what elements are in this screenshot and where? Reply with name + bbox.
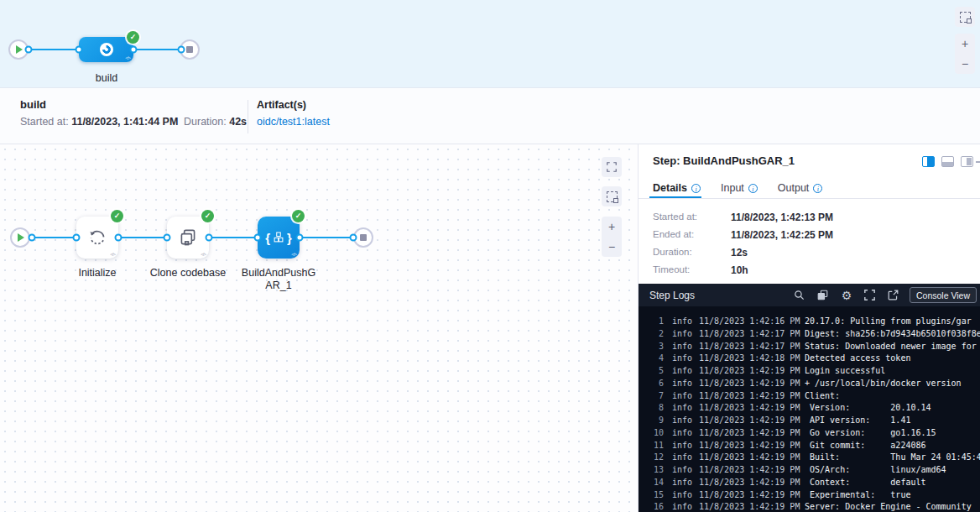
stop-icon xyxy=(360,234,367,241)
canvas-select-button[interactable] xyxy=(602,186,622,206)
log-line: 11info11/8/2023 1:42:19 PM Git commit: a… xyxy=(639,440,980,452)
log-line-number: 16 xyxy=(639,501,664,512)
started-at-value: 11/8/2023, 1:41:44 PM xyxy=(71,116,178,128)
started-at-label: Started at: xyxy=(20,116,69,128)
log-line: 1info11/8/2023 1:42:16 PM20.17.0: Pullin… xyxy=(639,316,980,328)
search-icon[interactable] xyxy=(794,290,805,301)
detail-label: Ended at: xyxy=(653,229,731,241)
stage-zoom-controls: + − xyxy=(955,34,975,74)
step-detail-panel: Step: BuildAndPushGAR_1 DetailsiInputiOu… xyxy=(638,144,980,512)
canvas-fullscreen-button[interactable] xyxy=(602,157,622,177)
tab-label: Output xyxy=(778,182,810,194)
log-line-number: 8 xyxy=(639,402,664,415)
log-level: info xyxy=(672,427,694,440)
stage-title: build xyxy=(20,98,46,111)
step-logs-title: Step Logs xyxy=(649,290,782,301)
log-line: 9info11/8/2023 1:42:19 PM API version: 1… xyxy=(639,415,980,427)
log-message: Login successful xyxy=(805,365,980,378)
port xyxy=(130,46,138,54)
step-logs-header: Step Logs ⚙ xyxy=(639,284,980,306)
port xyxy=(115,234,122,242)
zoom-in-button[interactable]: + xyxy=(955,34,975,54)
info-icon[interactable]: i xyxy=(748,184,758,193)
detail-label: Duration: xyxy=(653,247,731,259)
minimize-panel-button[interactable] xyxy=(976,161,980,163)
log-timestamp: 11/8/2023 1:42:19 PM xyxy=(699,464,803,477)
log-line-number: 4 xyxy=(639,353,664,365)
console-view-button[interactable]: Console View xyxy=(910,287,977,303)
zoom-out-button[interactable]: − xyxy=(955,54,975,74)
log-line-number: 13 xyxy=(639,464,664,477)
step-node-clone-codebase[interactable]: </> xyxy=(167,217,209,259)
step-logs-section: Step Logs ⚙ xyxy=(639,284,980,512)
open-external-icon[interactable] xyxy=(888,290,899,301)
divider xyxy=(248,100,248,133)
log-timestamp: 11/8/2023 1:42:19 PM xyxy=(699,390,803,403)
layout-bottom-icon[interactable] xyxy=(941,156,954,167)
detail-row: Ended at:11/8/2023, 1:42:25 PM xyxy=(653,229,833,241)
stage-info-bar: build Started at: 11/8/2023, 1:41:44 PM … xyxy=(0,88,980,144)
log-timestamp: 11/8/2023 1:42:19 PM xyxy=(699,501,803,512)
marquee-select-icon xyxy=(960,12,971,23)
log-level: info xyxy=(672,415,694,427)
play-icon xyxy=(16,45,23,54)
duration-value: 42s xyxy=(229,116,247,128)
info-icon[interactable]: i xyxy=(691,184,701,193)
log-level: info xyxy=(672,452,694,464)
port xyxy=(350,234,357,242)
tab-output[interactable]: Outputi xyxy=(778,182,823,194)
artifact-link[interactable]: oidc/test1:latest xyxy=(257,116,330,128)
zoom-out-button[interactable]: − xyxy=(602,237,622,257)
fullscreen-icon xyxy=(607,162,617,172)
step-node-initialize[interactable]: </> xyxy=(76,217,118,259)
tab-input[interactable]: Inputi xyxy=(721,182,758,194)
log-level: info xyxy=(672,477,694,489)
detail-label: Started at: xyxy=(653,212,731,223)
zoom-in-button[interactable]: + xyxy=(602,217,622,237)
detail-label: Timeout: xyxy=(653,264,731,276)
tab-label: Input xyxy=(721,182,744,194)
log-message: 20.17.0: Pulling from plugins/gar xyxy=(805,316,980,328)
step-label-buildandpushgar: BuildAndPushGAR_1 xyxy=(239,267,318,292)
stage-canvas-select-button[interactable] xyxy=(955,7,975,27)
layout-right-icon[interactable] xyxy=(961,156,973,167)
log-level: info xyxy=(672,390,694,403)
settings-gear-icon[interactable]: ⚙ xyxy=(841,290,852,301)
log-timestamp: 11/8/2023 1:42:19 PM xyxy=(699,378,803,390)
log-message: Built: Thu Mar 24 01:45:44 2022 xyxy=(805,452,980,464)
code-glyph-icon: </> xyxy=(201,252,206,257)
log-line: 16info11/8/2023 1:42:19 PMServer: Docker… xyxy=(639,501,980,512)
log-line-number: 3 xyxy=(639,341,664,353)
stage-node-build[interactable]: </> xyxy=(79,37,133,62)
detail-row: Timeout:10h xyxy=(653,264,833,276)
log-message: API version: 1.41 xyxy=(805,415,980,427)
gar-icon: { } xyxy=(265,230,292,245)
copy-icon[interactable] xyxy=(817,290,829,301)
log-level: info xyxy=(672,365,694,378)
step-graph-canvas[interactable]: </> ✓ Initialize </> ✓ Clone codebase { … xyxy=(0,144,638,512)
panel-title: Step: BuildAndPushGAR_1 xyxy=(653,154,795,167)
tab-bar: DetailsiInputiOutputi xyxy=(653,182,822,194)
log-message: Experimental: true xyxy=(805,489,980,502)
log-level: info xyxy=(672,489,694,502)
layout-split-right-icon[interactable] xyxy=(922,156,935,167)
log-message: OS/Arch: linux/amd64 xyxy=(805,464,980,477)
info-icon[interactable]: i xyxy=(813,184,822,193)
step-logs-body[interactable]: 1info11/8/2023 1:42:16 PM20.17.0: Pullin… xyxy=(639,306,980,512)
port xyxy=(76,46,83,54)
port xyxy=(164,234,171,242)
detail-row: Started at:11/8/2023, 1:42:13 PM xyxy=(653,212,833,223)
step-node-buildandpushgar[interactable]: { } </> xyxy=(258,217,300,259)
log-timestamp: 11/8/2023 1:42:17 PM xyxy=(699,328,803,341)
log-timestamp: 11/8/2023 1:42:19 PM xyxy=(699,477,803,489)
log-timestamp: 11/8/2023 1:42:19 PM xyxy=(699,427,803,440)
fullscreen-icon[interactable] xyxy=(864,290,876,301)
detail-row: Duration:12s xyxy=(653,247,833,259)
log-level: info xyxy=(672,440,694,452)
tab-details[interactable]: Detailsi xyxy=(653,182,701,194)
log-message: Version: 20.10.14 xyxy=(805,402,980,415)
duration-label: Duration: xyxy=(184,116,227,128)
log-timestamp: 11/8/2023 1:42:19 PM xyxy=(699,489,803,502)
port xyxy=(178,46,185,54)
code-glyph-icon: </> xyxy=(110,252,115,257)
